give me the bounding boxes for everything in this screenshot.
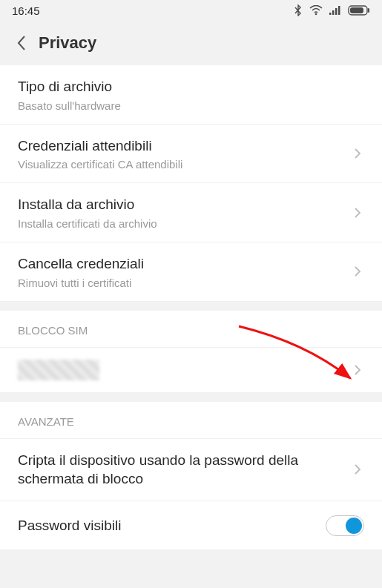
row-title: Tipo di archivio xyxy=(18,77,364,96)
chevron-right-icon xyxy=(351,463,364,476)
page-title: Privacy xyxy=(39,33,96,53)
row-title: Password visibili xyxy=(18,513,326,538)
svg-rect-4 xyxy=(338,6,340,15)
row-clear-credentials[interactable]: Cancella credenziali Rimuovi tutti i cer… xyxy=(0,242,382,302)
battery-icon xyxy=(348,5,370,16)
row-title: Credenziali attendibili xyxy=(18,136,343,156)
svg-rect-1 xyxy=(329,13,332,15)
section-advanced: AVANZATE xyxy=(0,402,382,439)
row-archive-type: Tipo di archivio Basato sull'hardware xyxy=(0,65,382,125)
row-title: Cancella credenziali xyxy=(18,254,343,274)
row-subtitle: Rimuovi tutti i certificati xyxy=(18,277,343,289)
row-title: Cripta il dispositivo usando la password… xyxy=(18,451,343,489)
wifi-icon xyxy=(309,5,323,16)
row-title: Installa da archivio xyxy=(18,195,343,214)
status-bar: 16:45 xyxy=(0,0,382,21)
status-time: 16:45 xyxy=(12,4,40,17)
signal-icon xyxy=(329,5,342,16)
svg-point-0 xyxy=(315,13,317,16)
svg-rect-7 xyxy=(350,7,363,13)
row-trusted-credentials[interactable]: Credenziali attendibili Visualizza certi… xyxy=(0,125,382,184)
chevron-right-icon xyxy=(351,265,364,278)
section-sim-lock: BLOCCO SIM xyxy=(0,311,382,348)
bluetooth-icon xyxy=(293,4,303,16)
chevron-right-icon xyxy=(351,206,364,219)
row-password-visible[interactable]: Password visibili xyxy=(0,501,382,550)
chevron-right-icon xyxy=(351,363,364,377)
app-header: Privacy xyxy=(0,21,382,65)
toggle-password-visible[interactable] xyxy=(326,515,364,536)
svg-rect-2 xyxy=(332,10,335,15)
content-area: Tipo di archivio Basato sull'hardware Cr… xyxy=(0,65,382,549)
redacted-label xyxy=(18,360,99,380)
back-button[interactable] xyxy=(9,30,34,56)
toggle-knob xyxy=(346,518,362,534)
row-subtitle: Installa certificati da archivio xyxy=(18,217,343,230)
row-encrypt-device[interactable]: Cripta il dispositivo usando la password… xyxy=(0,439,382,501)
row-sim-lock-item[interactable] xyxy=(0,348,382,393)
chevron-right-icon xyxy=(351,147,364,160)
svg-rect-3 xyxy=(335,8,337,15)
row-subtitle: Basato sull'hardware xyxy=(18,99,364,112)
row-install-from-archive[interactable]: Installa da archivio Installa certificat… xyxy=(0,183,382,242)
row-subtitle: Visualizza certificati CA attendibili xyxy=(18,158,343,171)
svg-rect-6 xyxy=(368,8,369,13)
